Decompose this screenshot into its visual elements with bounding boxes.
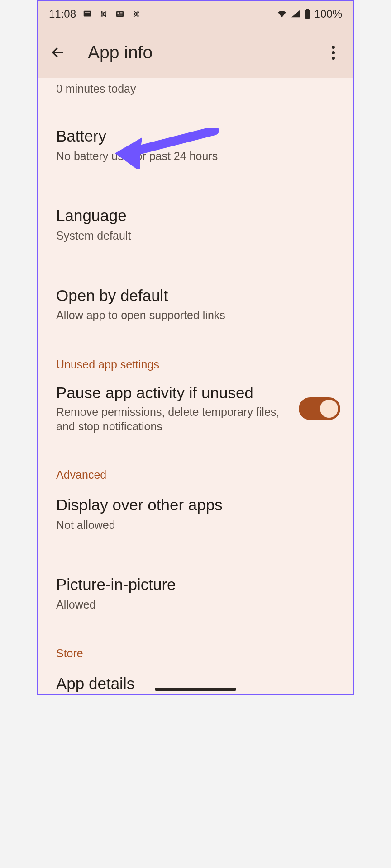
setting-subtitle: Allow app to open supported links — [56, 308, 335, 323]
setting-item-pause-activity[interactable]: Pause app activity if unused Remove perm… — [38, 373, 353, 445]
svg-rect-8 — [305, 10, 310, 19]
setting-subtitle: Remove permissions, delete temporary fil… — [56, 405, 291, 434]
dot-icon — [332, 57, 335, 60]
overflow-menu-button[interactable] — [322, 42, 344, 63]
svg-rect-2 — [85, 14, 90, 14]
status-right: 100% — [277, 8, 342, 20]
setting-title: Language — [56, 206, 335, 226]
dot-icon — [332, 51, 335, 54]
battery-percentage: 100% — [315, 8, 342, 20]
section-header-advanced: Advanced — [38, 464, 353, 483]
message-icon — [82, 9, 92, 19]
setting-subtitle: Not allowed — [56, 518, 335, 533]
pause-activity-toggle[interactable] — [299, 397, 340, 420]
setting-title: Battery — [56, 126, 335, 146]
news-icon — [115, 9, 125, 19]
setting-item-display-over-apps[interactable]: Display over other apps Not allowed — [38, 483, 353, 544]
section-header-unused: Unused app settings — [38, 354, 353, 373]
svg-rect-5 — [120, 12, 123, 13]
arrow-left-icon — [50, 45, 66, 60]
settings-list: 0 minutes today Battery No battery use f… — [38, 78, 353, 695]
divider — [38, 675, 353, 675]
battery-icon — [304, 9, 311, 19]
setting-title: Picture-in-picture — [56, 575, 335, 594]
svg-rect-9 — [306, 9, 309, 10]
setting-subtitle: Allowed — [56, 597, 335, 612]
gesture-nav-pill[interactable] — [155, 688, 236, 691]
status-time: 11:08 — [49, 8, 76, 20]
wifi-icon — [277, 9, 287, 19]
setting-title: Open by default — [56, 286, 335, 306]
setting-title: Display over other apps — [56, 495, 335, 515]
setting-item-battery[interactable]: Battery No battery use for past 24 hours — [38, 114, 353, 175]
page-title: App info — [88, 42, 153, 62]
cell-signal-icon — [291, 9, 300, 19]
svg-rect-1 — [85, 12, 90, 13]
status-left: 11:08 — [49, 8, 141, 20]
dot-icon — [332, 46, 335, 49]
svg-rect-4 — [118, 12, 120, 14]
status-bar: 11:08 100% — [38, 1, 353, 27]
setting-item-language[interactable]: Language System default — [38, 194, 353, 255]
setting-item-pip[interactable]: Picture-in-picture Allowed — [38, 563, 353, 623]
svg-rect-6 — [120, 14, 123, 14]
screen-time-subtitle: 0 minutes today — [38, 78, 353, 95]
toggle-knob — [320, 400, 338, 418]
svg-rect-0 — [84, 11, 91, 17]
svg-rect-7 — [118, 15, 123, 15]
section-header-store: Store — [38, 642, 353, 662]
setting-title: Pause app activity if unused — [56, 384, 291, 402]
pinwheel-icon-2 — [131, 9, 141, 19]
setting-subtitle: System default — [56, 228, 335, 243]
svg-rect-3 — [116, 11, 124, 17]
pinwheel-icon — [99, 9, 109, 19]
app-bar: App info — [38, 27, 353, 78]
back-button[interactable] — [47, 42, 69, 63]
setting-item-open-by-default[interactable]: Open by default Allow app to open suppor… — [38, 274, 353, 335]
setting-subtitle: No battery use for past 24 hours — [56, 149, 335, 164]
